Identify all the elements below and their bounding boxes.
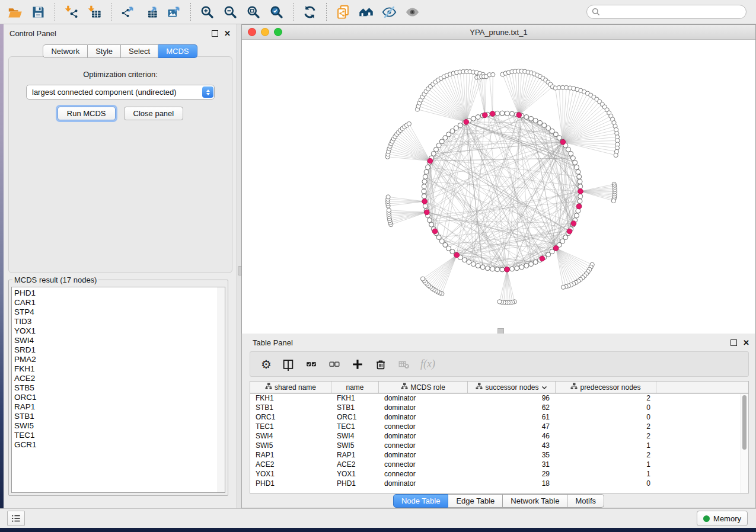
cell-shared-name[interactable]: FKH1 bbox=[250, 394, 331, 402]
canvas-scroll-nub[interactable] bbox=[497, 328, 504, 334]
add-column-button[interactable] bbox=[350, 357, 365, 372]
cell-MCDS-role[interactable]: connector bbox=[379, 422, 468, 431]
float-table-panel-icon[interactable] bbox=[731, 339, 737, 346]
hide-selected-button[interactable] bbox=[379, 3, 400, 21]
mcds-result-list[interactable]: PHD1CAR1STP4TID3YOX1SWI4SRD1PMA2FKH1ACE2… bbox=[11, 287, 225, 493]
mcds-node-item[interactable]: ORC1 bbox=[14, 393, 225, 402]
column-header-shared-name[interactable]: shared name bbox=[250, 382, 331, 393]
cell-shared-name[interactable]: RAP1 bbox=[250, 451, 331, 459]
cell-successor-nodes[interactable]: 47 bbox=[468, 422, 556, 431]
mcds-node-item[interactable]: YOX1 bbox=[14, 326, 225, 336]
cell-MCDS-role[interactable]: connector bbox=[379, 460, 468, 469]
mcds-hub-node[interactable] bbox=[482, 113, 487, 118]
mcds-hub-node[interactable] bbox=[578, 189, 583, 194]
cell-shared-name[interactable]: SWI5 bbox=[250, 441, 331, 450]
cell-MCDS-role[interactable]: dominator bbox=[379, 394, 468, 402]
cell-predecessor-nodes[interactable]: 0 bbox=[556, 403, 656, 412]
cell-MCDS-role[interactable]: dominator bbox=[379, 413, 468, 421]
tab-node-table[interactable]: Node Table bbox=[393, 494, 449, 508]
mcds-hub-node[interactable] bbox=[454, 252, 460, 258]
run-mcds-button[interactable]: Run MCDS bbox=[58, 107, 116, 120]
cell-successor-nodes[interactable]: 96 bbox=[468, 394, 556, 402]
mcds-hub-node[interactable] bbox=[576, 204, 582, 209]
tab-motifs[interactable]: Motifs bbox=[567, 494, 604, 508]
cell-name[interactable]: TEC1 bbox=[331, 422, 379, 431]
cell-successor-nodes[interactable]: 46 bbox=[468, 432, 556, 440]
table-scrollbar-thumb[interactable] bbox=[742, 395, 747, 450]
cell-shared-name[interactable]: SWI4 bbox=[250, 432, 331, 440]
cell-predecessor-nodes[interactable]: 1 bbox=[556, 441, 656, 450]
table-row[interactable]: TEC1TEC1connector472 bbox=[250, 422, 748, 431]
zoom-fit-button[interactable] bbox=[243, 3, 264, 21]
table-row[interactable]: SWI5SWI5connector431 bbox=[250, 441, 748, 450]
cell-predecessor-nodes[interactable]: 1 bbox=[556, 470, 656, 478]
cell-successor-nodes[interactable]: 62 bbox=[468, 403, 556, 412]
mcds-list-scrollbar[interactable] bbox=[218, 287, 225, 492]
mcds-node-item[interactable]: STB1 bbox=[14, 412, 225, 421]
zoom-selected-button[interactable] bbox=[266, 3, 287, 21]
column-header-MCDS-role[interactable]: MCDS role bbox=[379, 382, 468, 393]
close-panel-icon[interactable]: ✕ bbox=[224, 30, 231, 37]
mcds-node-item[interactable]: STB5 bbox=[14, 383, 225, 393]
export-image-button[interactable] bbox=[164, 3, 184, 21]
mcds-node-item[interactable]: PMA2 bbox=[14, 355, 225, 364]
cell-shared-name[interactable]: ACE2 bbox=[250, 460, 331, 469]
cell-predecessor-nodes[interactable]: 2 bbox=[556, 432, 656, 440]
mcds-hub-node[interactable] bbox=[540, 256, 545, 261]
cell-name[interactable]: FKH1 bbox=[331, 394, 379, 402]
panel-splitter[interactable] bbox=[237, 24, 241, 508]
cell-predecessor-nodes[interactable]: 2 bbox=[556, 394, 656, 402]
float-panel-icon[interactable] bbox=[212, 30, 218, 37]
cell-MCDS-role[interactable]: dominator bbox=[379, 451, 468, 459]
cell-predecessor-nodes[interactable]: 0 bbox=[556, 479, 656, 488]
mcds-hub-node[interactable] bbox=[567, 229, 572, 234]
delete-column-button[interactable] bbox=[373, 357, 388, 372]
mcds-hub-node[interactable] bbox=[560, 139, 566, 145]
network-canvas[interactable] bbox=[242, 40, 755, 334]
table-row[interactable]: YOX1YOX1connector291 bbox=[250, 469, 748, 479]
mcds-node-item[interactable]: RAP1 bbox=[14, 402, 225, 412]
mcds-node-item[interactable]: SRD1 bbox=[14, 345, 225, 355]
table-row[interactable]: ORC1ORC1dominator610 bbox=[250, 412, 748, 422]
cell-name[interactable]: SWI5 bbox=[331, 441, 379, 450]
mcds-hub-node[interactable] bbox=[505, 267, 510, 272]
mcds-hub-node[interactable] bbox=[422, 199, 428, 204]
mcds-node-item[interactable]: PHD1 bbox=[14, 289, 225, 298]
mcds-hub-node[interactable] bbox=[516, 113, 522, 118]
save-session-button[interactable] bbox=[28, 3, 49, 21]
zoom-in-button[interactable] bbox=[197, 3, 218, 21]
cell-name[interactable]: ORC1 bbox=[331, 413, 379, 421]
export-network-button[interactable] bbox=[117, 3, 138, 21]
optimization-select[interactable]: largest connected component (undirected) bbox=[26, 85, 215, 100]
open-file-button[interactable] bbox=[5, 3, 25, 21]
tab-mcds[interactable]: MCDS bbox=[158, 44, 197, 58]
export-table-button[interactable] bbox=[141, 3, 161, 21]
mcds-hub-node[interactable] bbox=[428, 158, 433, 164]
tab-network[interactable]: Network bbox=[43, 44, 88, 58]
cell-successor-nodes[interactable]: 61 bbox=[468, 413, 556, 421]
cell-MCDS-role[interactable]: connector bbox=[379, 470, 468, 478]
task-history-button[interactable] bbox=[7, 511, 25, 526]
tab-select[interactable]: Select bbox=[121, 44, 158, 58]
mcds-node-item[interactable]: SWI4 bbox=[14, 336, 225, 345]
mcds-node-item[interactable]: TID3 bbox=[14, 317, 225, 326]
table-row[interactable]: FKH1FKH1dominator962 bbox=[250, 393, 748, 403]
table-scrollbar[interactable] bbox=[741, 394, 748, 493]
deselect-all-button[interactable] bbox=[327, 357, 342, 372]
cell-predecessor-nodes[interactable]: 2 bbox=[556, 422, 656, 431]
mcds-hub-node[interactable] bbox=[432, 229, 438, 234]
mcds-hub-node[interactable] bbox=[490, 111, 495, 117]
mcds-node-item[interactable]: TEC1 bbox=[14, 431, 225, 440]
cell-predecessor-nodes[interactable]: 0 bbox=[556, 413, 656, 421]
import-table-button[interactable] bbox=[84, 3, 105, 21]
mcds-node-item[interactable]: STP4 bbox=[14, 307, 225, 317]
cell-name[interactable]: PHD1 bbox=[331, 479, 379, 488]
zoom-out-button[interactable] bbox=[220, 3, 241, 21]
mcds-node-item[interactable]: SWI5 bbox=[14, 421, 225, 431]
cell-successor-nodes[interactable]: 29 bbox=[468, 470, 556, 478]
memory-button[interactable]: Memory bbox=[697, 511, 748, 526]
cell-MCDS-role[interactable]: dominator bbox=[379, 403, 468, 412]
column-header-predecessor-nodes[interactable]: predecessor nodes bbox=[556, 382, 656, 393]
network-graph[interactable] bbox=[242, 40, 755, 334]
clone-network-button[interactable] bbox=[333, 3, 353, 21]
